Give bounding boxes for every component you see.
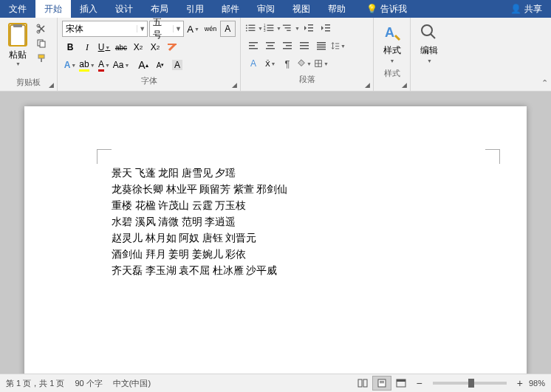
text-line[interactable]: 齐天磊 李玉湖 袁不屈 杜冰雁 沙平威 [112,263,439,279]
font-launcher[interactable]: ◢ [230,80,239,89]
tab-design[interactable]: 设计 [106,0,142,18]
paragraph-launcher[interactable]: ◢ [363,80,372,89]
strikethrough-button[interactable]: abc [113,39,129,55]
svg-point-53 [422,25,432,35]
font-size-combo[interactable]: 五号 ▼ [149,21,184,37]
subscript-button[interactable]: X2 [130,39,146,55]
tab-insert[interactable]: 插入 [71,0,106,18]
svg-rect-60 [397,379,405,382]
text-line[interactable]: 水碧 溪风 清微 范明 李逍遥 [112,214,439,230]
document-area[interactable]: 景天 飞蓬 龙阳 唐雪见 夕瑶龙葵徐长卿 林业平 顾留芳 紫萱 邪剑仙重楼 花楹… [0,92,551,374]
language-status[interactable]: 中文(中国) [113,378,151,389]
increase-indent-button[interactable] [318,20,334,36]
multilevel-list-button[interactable]: ▼ [282,20,300,36]
collapse-ribbon-button[interactable]: ⌃ [541,78,548,88]
font-name-combo[interactable]: 宋体 ▼ [62,21,148,37]
svg-rect-6 [40,41,45,47]
styles-launcher[interactable]: ◢ [400,80,408,89]
tab-view[interactable]: 视图 [284,0,319,18]
chevron-down-icon: ▼ [16,61,21,66]
svg-rect-36 [283,42,292,44]
font-color-button[interactable]: A▼ [96,57,112,73]
page-status[interactable]: 第 1 页，共 1 页 [6,378,64,389]
align-center-button[interactable] [262,38,278,54]
underline-button[interactable]: U▼ [96,39,112,55]
char-shading-button[interactable]: A [169,57,185,73]
change-case-button[interactable]: Aa▼ [113,57,129,73]
decrease-indent-button[interactable] [301,20,317,36]
tab-mail[interactable]: 邮件 [213,0,248,18]
shading-button[interactable]: ▼ [296,55,312,72]
paste-label: 粘贴 [9,49,27,61]
share-button[interactable]: 👤 共享 [510,3,542,16]
svg-rect-8 [41,58,42,62]
italic-button[interactable]: I [79,39,95,55]
font-group-label: 字体 [61,74,237,88]
text-line[interactable]: 重楼 花楹 许茂山 云霆 万玉枝 [112,198,439,214]
zoom-level[interactable]: 98% [529,379,545,388]
tab-home[interactable]: 开始 [35,0,71,18]
tell-me[interactable]: 💡 告诉我 [366,3,407,16]
align-right-button[interactable] [279,38,295,54]
styles-group-label: 样式 [377,66,407,80]
text-line[interactable]: 景天 飞蓬 龙阳 唐雪见 夕瑶 [112,165,439,182]
tab-review[interactable]: 审阅 [248,0,284,18]
tab-file[interactable]: 文件 [0,0,35,18]
clear-formatting-button[interactable] [164,39,180,55]
copy-button[interactable] [34,37,49,50]
edit-button[interactable]: 编辑 ▼ [414,19,445,66]
svg-rect-46 [335,44,339,44]
highlight-button[interactable]: ab▼ [79,57,95,73]
bold-button[interactable]: B [62,39,78,55]
text-line[interactable]: 赵灵儿 林月如 阿奴 唐钰 刘晋元 [112,230,439,247]
phonetic-guide-button[interactable]: wén [202,21,218,37]
grow-font-button[interactable]: A▼ [185,21,201,37]
numbering-button[interactable]: 123▼ [264,20,281,36]
svg-rect-45 [317,49,326,50]
clipboard-launcher[interactable]: ◢ [47,80,55,89]
text-effects-button[interactable]: A▼ [62,57,78,73]
format-painter-button[interactable] [34,52,49,65]
cut-button[interactable] [34,22,49,35]
svg-rect-38 [283,48,292,49]
zoom-thumb[interactable] [468,379,474,388]
svg-rect-16 [267,25,273,26]
char-border-button[interactable]: A [220,21,236,37]
chevron-down-icon: ▼ [390,58,395,63]
document-content[interactable]: 景天 飞蓬 龙阳 唐雪见 夕瑶龙葵徐长卿 林业平 顾留芳 紫萱 邪剑仙重楼 花楹… [112,165,439,279]
line-spacing-button[interactable]: ▼ [330,38,346,54]
justify-button[interactable] [296,38,312,54]
show-marks-button[interactable]: ¶ [279,55,295,72]
word-count[interactable]: 90 个字 [75,378,102,389]
paragraph-group-label: 段落 [244,72,370,86]
distributed-button[interactable] [313,38,329,54]
tell-me-label: 告诉我 [380,3,407,16]
asian-layout-button[interactable]: X̂▼ [262,55,278,72]
tab-references[interactable]: 引用 [177,0,213,18]
sort-button[interactable]: A [245,55,261,72]
borders-button[interactable]: ▼ [313,55,329,72]
paste-button[interactable]: 粘贴 ▼ [3,19,32,69]
text-line[interactable]: 龙葵徐长卿 林业平 顾留芳 紫萱 邪剑仙 [112,182,439,198]
menu-tabs: 文件 开始 插入 设计 布局 引用 邮件 审阅 视图 帮助 [0,0,355,18]
zoom-in-button[interactable]: + [517,377,523,389]
tab-layout[interactable]: 布局 [142,0,177,18]
tab-help[interactable]: 帮助 [319,0,355,18]
margin-corner-tl [97,149,112,164]
align-left-button[interactable] [245,38,261,54]
svg-rect-35 [266,48,275,49]
read-mode-button[interactable] [353,376,372,391]
web-layout-button[interactable] [391,376,411,391]
shrink-font-button[interactable]: A▾ [152,57,168,73]
text-line[interactable]: 酒剑仙 拜月 姜明 姜婉儿 彩依 [112,247,439,263]
svg-rect-24 [308,24,313,26]
print-layout-button[interactable] [372,376,391,391]
zoom-out-button[interactable]: − [417,377,422,389]
zoom-slider[interactable] [433,382,507,385]
page[interactable]: 景天 飞蓬 龙阳 唐雪见 夕瑶龙葵徐长卿 林业平 顾留芳 紫萱 邪剑仙重楼 花楹… [24,106,527,374]
styles-label: 样式 [383,44,401,57]
superscript-button[interactable]: X2 [147,39,163,55]
grow-font-button2[interactable]: A▴ [135,57,151,73]
bullets-button[interactable]: ▼ [245,20,263,36]
styles-button[interactable]: A 样式 ▼ [377,19,407,66]
